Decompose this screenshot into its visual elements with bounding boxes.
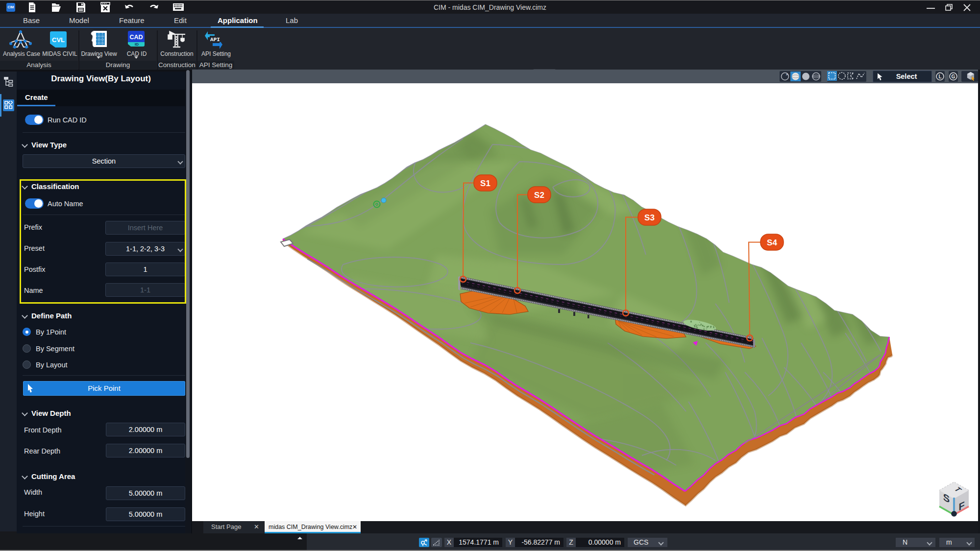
svg-text:S1: S1 (480, 179, 490, 188)
svg-text:CVL: CVL (52, 36, 65, 44)
svg-text:G: G (952, 74, 956, 79)
svg-text:A: A (786, 72, 788, 76)
svg-text:S4: S4 (767, 238, 777, 247)
svg-text:L: L (938, 74, 941, 79)
svg-text:API: API (210, 37, 220, 43)
svg-text:ID: ID (135, 42, 139, 47)
svg-text:S2: S2 (534, 191, 544, 200)
svg-text:S3: S3 (644, 213, 655, 222)
svg-text:CAD: CAD (129, 34, 143, 41)
